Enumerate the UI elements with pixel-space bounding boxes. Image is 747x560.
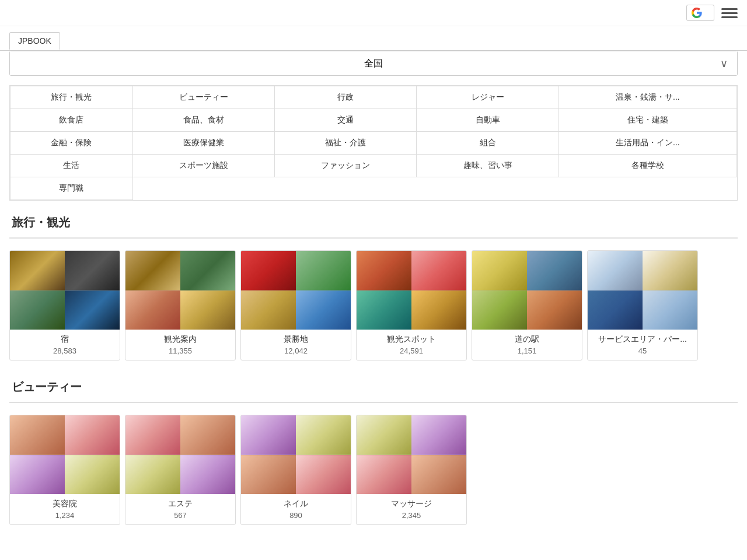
category-cell[interactable]: 飲食店 (11, 109, 133, 132)
card-count: 567 (130, 511, 231, 520)
card-count: 11,355 (130, 346, 231, 355)
card-info: 美容院1,234 (10, 494, 120, 524)
category-cell[interactable]: 交通 (274, 109, 416, 132)
list-line-1 (721, 8, 738, 10)
card-image-cell (241, 251, 296, 290)
category-cell[interactable] (132, 177, 274, 200)
section: 旅行・観光宿28,583観光案内11,355景勝地12,042観光スポット24,… (9, 215, 738, 360)
category-cell[interactable]: 食品、食材 (132, 109, 274, 132)
sections-container: 旅行・観光宿28,583観光案内11,355景勝地12,042観光スポット24,… (0, 215, 747, 525)
card-image-cell (125, 290, 180, 330)
card-name: マッサージ (361, 499, 462, 509)
card[interactable]: マッサージ2,345 (356, 415, 467, 525)
category-cell[interactable]: 温泉・銭湯・サ... (558, 86, 736, 109)
category-cell[interactable]: 住宅・建築 (558, 109, 736, 132)
region-selector-wrapper: 全国 北海道 東北 関東 中部 近畿 中国 四国 九州 沖縄 ∨ (0, 50, 747, 76)
card[interactable]: ネイル890 (240, 415, 351, 525)
category-cell[interactable]: 各種学校 (558, 155, 736, 177)
card-count: 1,234 (15, 511, 115, 520)
category-cell[interactable] (558, 177, 736, 200)
card-image-cell (296, 455, 351, 495)
card-count: 28,583 (15, 346, 115, 355)
card-image-cell (411, 455, 466, 495)
card-name: 宿 (15, 334, 115, 345)
category-cell[interactable]: 旅行・観光 (11, 86, 133, 109)
card[interactable]: 美容院1,234 (9, 415, 120, 525)
category-cell[interactable]: スポーツ施設 (132, 155, 274, 177)
tab-jpbook[interactable]: JPBOOK (9, 32, 60, 50)
card-name: 景勝地 (246, 334, 346, 345)
list-view-icon[interactable] (721, 5, 738, 21)
card-image-cell (241, 415, 296, 455)
card-info: エステ567 (125, 494, 235, 524)
category-cell[interactable]: 行政 (274, 86, 416, 109)
card[interactable]: 景勝地12,042 (240, 250, 351, 360)
card-image-cell (65, 290, 120, 330)
card-name: サービスエリア・パー... (592, 334, 693, 345)
card-image (357, 251, 466, 330)
category-cell[interactable] (274, 177, 416, 200)
header-right (686, 5, 738, 21)
card-image (357, 415, 466, 494)
category-cell[interactable]: 福祉・介護 (274, 132, 416, 155)
card-image-cell (527, 251, 582, 290)
region-select[interactable]: 全国 北海道 東北 関東 中部 近畿 中国 四国 九州 沖縄 (10, 51, 737, 75)
card-image-cell (472, 290, 527, 330)
cards-grid: 宿28,583観光案内11,355景勝地12,042観光スポット24,591道の… (9, 250, 738, 360)
region-container: 全国 北海道 東北 関東 中部 近畿 中国 四国 九州 沖縄 ∨ (9, 51, 738, 76)
card-image-cell (643, 290, 697, 330)
category-row: 旅行・観光ビューティー行政レジャー温泉・銭湯・サ... (11, 86, 737, 109)
card-image-cell (241, 455, 296, 495)
category-cell[interactable]: レジャー (417, 86, 558, 109)
category-row: 生活スポーツ施設ファッション趣味、習い事各種学校 (11, 155, 737, 177)
card-image-cell (296, 415, 351, 455)
category-cell[interactable]: 趣味、習い事 (417, 155, 558, 177)
google-icon (692, 8, 702, 18)
card-image-cell (10, 251, 65, 290)
card-name: 観光案内 (130, 334, 231, 345)
list-line-3 (721, 16, 738, 18)
card-image-cell (357, 251, 411, 290)
card-name: 道の駅 (477, 334, 577, 345)
category-cell[interactable]: 専門職 (11, 177, 133, 200)
section-divider (9, 402, 738, 403)
card[interactable]: 観光スポット24,591 (356, 250, 467, 360)
category-cell[interactable]: 生活用品・イン... (558, 132, 736, 155)
card-image-cell (411, 251, 466, 290)
category-table: 旅行・観光ビューティー行政レジャー温泉・銭湯・サ...飲食店食品、食材交通自動車… (10, 86, 737, 200)
card-image-cell (296, 251, 351, 290)
card-image (241, 251, 351, 330)
card-image-cell (357, 415, 411, 455)
category-cell[interactable] (417, 177, 558, 200)
language-selector[interactable] (686, 5, 714, 21)
card-image-cell (411, 290, 466, 330)
card[interactable]: サービスエリア・パー...45 (587, 250, 698, 360)
tabs-container: JPBOOK (0, 26, 747, 50)
card-image-cell (296, 290, 351, 330)
card-image-cell (65, 415, 120, 455)
card-image-cell (180, 251, 235, 290)
category-cell[interactable]: ビューティー (132, 86, 274, 109)
card-image-cell (10, 415, 65, 455)
card-image (472, 251, 582, 330)
card-image-cell (527, 290, 582, 330)
card[interactable]: 観光案内11,355 (125, 250, 236, 360)
card[interactable]: 道の駅1,151 (472, 250, 582, 360)
header (0, 0, 747, 26)
card-image (588, 251, 697, 330)
card-image-cell (357, 290, 411, 330)
category-cell[interactable]: 金融・保険 (11, 132, 133, 155)
category-cell[interactable]: 医療保健業 (132, 132, 274, 155)
category-cell[interactable]: 生活 (11, 155, 133, 177)
card[interactable]: 宿28,583 (9, 250, 120, 360)
category-cell[interactable]: 組合 (417, 132, 558, 155)
category-cell[interactable]: 自動車 (417, 109, 558, 132)
card-image (10, 251, 120, 330)
card-image-cell (125, 251, 180, 290)
category-cell[interactable]: ファッション (274, 155, 416, 177)
category-row: 専門職 (11, 177, 737, 200)
card-image-cell (357, 455, 411, 495)
card-info: 観光案内11,355 (125, 330, 235, 360)
card-image-cell (10, 455, 65, 495)
card[interactable]: エステ567 (125, 415, 236, 525)
